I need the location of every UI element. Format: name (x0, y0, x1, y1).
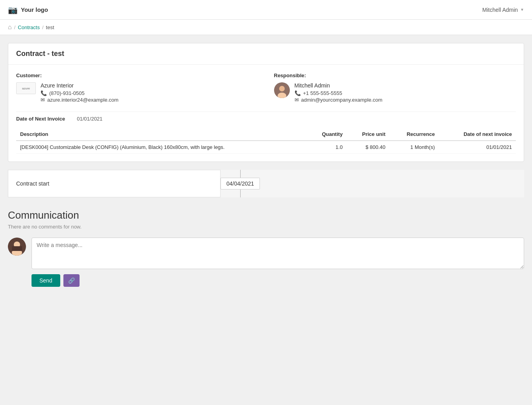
col-recurrence: Recurrence (389, 128, 439, 141)
col-quantity: Quantity (307, 128, 347, 141)
composer-avatar (8, 238, 26, 256)
attach-button[interactable]: 🔗 (63, 274, 80, 287)
logo: 📷 Your logo (8, 5, 48, 15)
contract-start-date[interactable]: 04/04/2021 (221, 178, 260, 189)
customer-phone: (870)-931-0505 (49, 90, 85, 96)
communication-title: Communication (8, 209, 524, 221)
user-menu[interactable]: Mitchell Admin ▼ (482, 7, 524, 13)
user-name: Mitchell Admin (482, 7, 518, 13)
col-date-next-invoice: Date of next invoice (439, 128, 516, 141)
customer-email-row: ✉ azure.interior24@example.com (41, 97, 119, 103)
breadcrumb-contracts-link[interactable]: Contracts (18, 24, 40, 30)
responsible-email: admin@yourcompany.example.com (301, 97, 383, 103)
communication-empty-message: There are no comments for now. (8, 224, 524, 230)
customer-phone-row: 📞 (870)-931-0505 (41, 90, 119, 96)
message-composer: Send 🔗 (8, 238, 524, 287)
responsible-phone: +1 555-555-5555 (303, 90, 342, 96)
responsible-phone-row: 📞 +1 555-555-5555 (295, 90, 383, 96)
responsible-name: Mitchell Admin (295, 82, 383, 89)
svg-rect-7 (12, 246, 22, 251)
contract-start-inner: Contract start 04/04/2021 (8, 170, 524, 197)
table-row: [DESK0004] Customizable Desk (CONFIG) (A… (16, 141, 516, 154)
customer-name: Azure Interior (41, 82, 119, 89)
composer-actions: Send 🔗 (32, 274, 524, 287)
breadcrumb-sep-2: / (42, 24, 44, 30)
customer-section: Customer: azure Azure Interior 📞 (870)-9… (16, 72, 258, 104)
date-line-bottom (240, 189, 241, 197)
send-button[interactable]: Send (32, 274, 60, 287)
customer-logo-text: azure (22, 87, 30, 90)
logo-text: Your logo (21, 6, 48, 13)
contract-card: Contract - test Customer: azure Azure In… (8, 43, 524, 162)
breadcrumb: ⌂ / Contracts / test (0, 20, 532, 35)
main-content: Contract - test Customer: azure Azure In… (0, 35, 532, 307)
customer-logo: azure (16, 82, 36, 94)
responsible-section: Responsible: Mitchell A (274, 72, 516, 104)
next-invoice-label: Date of Next Invoice (16, 116, 65, 122)
cell-recurrence: 1 Month(s) (389, 141, 439, 154)
cell-quantity: 1.0 (307, 141, 347, 154)
date-connector: 04/04/2021 (221, 170, 260, 197)
next-invoice-row: Date of Next Invoice 01/01/2021 (16, 111, 516, 122)
customer-label: Customer: (16, 72, 258, 78)
contract-start-label: Contract start (8, 170, 221, 197)
customer-responsible-section: Customer: azure Azure Interior 📞 (870)-9… (16, 72, 516, 104)
breadcrumb-sep-1: / (14, 24, 16, 30)
breadcrumb-current: test (46, 24, 54, 30)
contract-start-section: Contract start 04/04/2021 (8, 170, 524, 197)
responsible-label: Responsible: (274, 72, 516, 78)
chevron-down-icon: ▼ (520, 7, 524, 12)
customer-email: azure.interior24@example.com (47, 97, 119, 103)
contract-card-body: Customer: azure Azure Interior 📞 (870)-9… (8, 65, 524, 162)
home-icon[interactable]: ⌂ (8, 24, 12, 31)
responsible-email-row: ✉ admin@yourcompany.example.com (295, 97, 383, 103)
contract-table: Description Quantity Price unit Recurren… (16, 128, 516, 154)
logo-icon: 📷 (8, 5, 18, 15)
cell-date-next-invoice: 01/01/2021 (439, 141, 516, 154)
contract-card-header: Contract - test (8, 43, 524, 65)
customer-details: Azure Interior 📞 (870)-931-0505 ✉ azure.… (41, 82, 119, 104)
message-textarea[interactable] (32, 238, 524, 269)
composer-input-area: Send 🔗 (32, 238, 524, 287)
col-description: Description (16, 128, 307, 141)
contract-title: Contract - test (16, 50, 516, 58)
cell-description: [DESK0004] Customizable Desk (CONFIG) (A… (16, 141, 307, 154)
customer-info: azure Azure Interior 📞 (870)-931-0505 ✉ … (16, 82, 258, 104)
attach-icon: 🔗 (68, 277, 75, 284)
responsible-email-icon: ✉ (295, 97, 299, 103)
date-line-top (240, 170, 241, 178)
email-icon: ✉ (41, 97, 45, 103)
contract-start-date-col: 04/04/2021 (221, 170, 260, 197)
col-price-unit: Price unit (347, 128, 389, 141)
responsible-phone-icon: 📞 (295, 90, 301, 96)
responsible-info: Mitchell Admin 📞 +1 555-555-5555 ✉ admin… (274, 82, 516, 104)
phone-icon: 📞 (41, 90, 47, 96)
svg-point-3 (279, 86, 285, 91)
communication-section: Communication There are no comments for … (8, 209, 524, 299)
next-invoice-value: 01/01/2021 (77, 116, 102, 122)
responsible-avatar (274, 82, 290, 98)
cell-price-unit: $ 800.40 (347, 141, 389, 154)
header: 📷 Your logo Mitchell Admin ▼ (0, 0, 532, 20)
responsible-details: Mitchell Admin 📞 +1 555-555-5555 ✉ admin… (295, 82, 383, 104)
